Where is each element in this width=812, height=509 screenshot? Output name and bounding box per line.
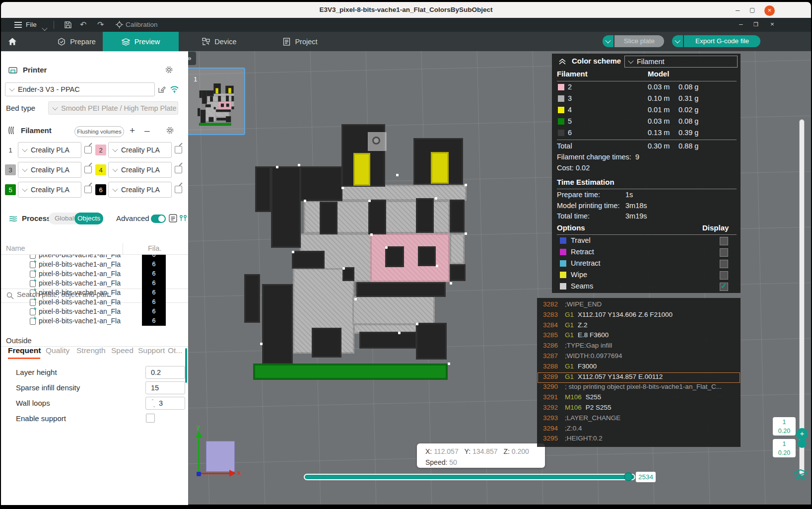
panel-scrollbar-thumb[interactable] (185, 348, 187, 383)
gcode-line[interactable]: 3286;TYPE:Gap infill (537, 342, 741, 352)
home-icon[interactable] (8, 37, 17, 46)
bed-type-select[interactable]: Smooth PEI Plate / High Temp Plate (48, 101, 178, 115)
gcode-line[interactable]: 3282;WIPE_END (537, 300, 741, 311)
calibration-icon[interactable] (116, 21, 123, 28)
edit-filament-icon[interactable] (84, 146, 92, 153)
redo-icon[interactable]: ↷ (97, 20, 104, 29)
tab-frequent[interactable]: Frequent (8, 346, 41, 355)
color-scheme-dropdown[interactable]: Filament (624, 56, 738, 68)
tab-preview[interactable]: Preview (103, 32, 179, 51)
filament-slot-select-2[interactable]: Creality PLA (108, 142, 172, 158)
tab-device[interactable]: Device (195, 32, 244, 51)
model-toolpaths[interactable] (244, 124, 467, 380)
gcode-line[interactable]: 3292M106P2 S255 (537, 404, 741, 414)
layer-slider-handle-upper[interactable]: + (796, 428, 808, 440)
edit-filament-icon[interactable] (84, 166, 92, 173)
option-display-checkbox[interactable] (720, 271, 728, 280)
gcode-line[interactable]: 3285G1E.8 F3600 (537, 331, 741, 342)
plate-thumbnail[interactable]: 1 (185, 68, 245, 135)
wifi-icon[interactable] (170, 85, 179, 93)
app-minimize[interactable]: – (739, 20, 743, 28)
param-input[interactable]: 15 (145, 381, 185, 394)
table-row[interactable]: pixel-8-bits-vache1-an_Fla6 (1, 307, 188, 316)
edit-filament-icon[interactable] (84, 186, 92, 193)
gcode-line[interactable]: 3284G1Z.2 (537, 321, 741, 332)
table-row[interactable]: pixel-8-bits-vache1-an_Fla6 (1, 255, 188, 260)
gcode-move-slider-handle[interactable] (624, 472, 633, 481)
edit-filament-icon[interactable] (175, 166, 182, 173)
app-restore[interactable]: ❐ (753, 21, 758, 28)
advanced-toggle[interactable] (151, 215, 166, 223)
window-maximize-button[interactable]: ▢ (749, 6, 755, 13)
gcode-line[interactable]: 3289G1X112.057 Y134.857 E.00112 (537, 373, 741, 383)
tab-strength[interactable]: Strength (76, 346, 106, 355)
table-row[interactable]: pixel-8-bits-vache1-an_Fla6 (1, 269, 188, 279)
table-row[interactable]: pixel-8-bits-vache1-an_Fla6 (1, 297, 188, 307)
spinner-stepper[interactable]: ⌃⌃ (151, 399, 156, 408)
tab-speed[interactable]: Speed (111, 346, 134, 355)
process-objects-tab[interactable]: Objects (74, 213, 103, 224)
filament-slot-select-4[interactable]: Creality PLA (108, 162, 172, 178)
printer-settings-gear-icon[interactable] (165, 66, 173, 74)
add-filament-button[interactable]: + (130, 125, 135, 136)
edit-filament-icon[interactable] (175, 186, 182, 193)
window-close-button[interactable]: × (764, 5, 775, 16)
seam-marker-widget[interactable] (368, 132, 387, 151)
gcode-line[interactable]: 3290; stop printing object pixel-8-bits-… (537, 383, 741, 393)
gcode-line[interactable]: 3294;Z:0.4 (537, 425, 741, 435)
option-display-checkbox[interactable] (720, 248, 728, 257)
edit-printer-icon[interactable] (158, 85, 166, 93)
filament-slot-select-6[interactable]: Creality PLA (108, 182, 172, 198)
slice-dropdown-button[interactable] (603, 35, 613, 47)
slice-plate-button[interactable]: Slice plate (614, 35, 664, 47)
option-display-checkbox[interactable] (720, 237, 728, 245)
tab-ot[interactable]: Ot... (168, 346, 182, 355)
gcode-line[interactable]: 3293;LAYER_CHANGE (537, 414, 741, 425)
gcode-line[interactable]: 3283G1X112.107 Y134.606 Z.6 F21000 (537, 311, 741, 321)
option-display-checkbox[interactable] (720, 260, 728, 268)
save-icon[interactable] (64, 21, 72, 29)
table-row[interactable]: pixel-8-bits-vache1-an_Fla6 (1, 288, 188, 297)
hamburger-menu-icon[interactable] (14, 22, 22, 28)
param-list-icon[interactable] (169, 214, 177, 222)
layers-icon[interactable] (793, 469, 808, 481)
menu-calibration[interactable]: Calibration (126, 21, 158, 28)
gcode-line[interactable]: 3287;WIDTH:0.0977694 (537, 352, 741, 363)
flushing-volumes-button[interactable]: Flushing volumes (74, 126, 124, 137)
app-close[interactable]: × (770, 20, 774, 28)
outside-row[interactable]: Outside (6, 336, 32, 345)
tab-support[interactable]: Support (138, 346, 165, 355)
gcode-line[interactable]: 3295;HEIGHT:0.2 (537, 435, 741, 445)
filament-slot-select-3[interactable]: Creality PLA (18, 162, 81, 178)
param-input[interactable]: 0.2 (145, 366, 185, 379)
filament-slot-select-1[interactable]: Creality PLA (18, 142, 81, 158)
gcode-line[interactable]: 3291M106S255 (537, 393, 741, 404)
process-advanced-icon[interactable] (179, 214, 187, 222)
layer-slider-track[interactable] (799, 119, 805, 476)
remove-filament-button[interactable]: – (144, 125, 150, 136)
export-dropdown-button[interactable] (672, 35, 683, 47)
gcode-move-slider[interactable] (304, 474, 635, 480)
edit-filament-icon[interactable] (175, 146, 182, 153)
param-checkbox[interactable] (146, 414, 155, 423)
table-row[interactable]: pixel-8-bits-vache1-an_Fla6 (1, 279, 188, 288)
process-global-tab[interactable]: Global (55, 215, 74, 222)
tab-project[interactable]: Project (275, 32, 325, 51)
param-input[interactable]: ⌃⌃3 (145, 397, 185, 410)
printer-select[interactable]: Ender-3 V3 - PPAC (5, 82, 155, 96)
option-display-checkbox[interactable]: ✓ (720, 283, 728, 291)
gcode-line[interactable]: 3288G1F3000 (537, 363, 741, 373)
filament-slot-select-5[interactable]: Creality PLA (18, 182, 81, 198)
gcode-viewer[interactable]: 3282;WIPE_END3283G1X112.107 Y134.606 Z.6… (537, 298, 741, 447)
layer-slider-handle-lower[interactable] (798, 439, 807, 448)
table-row[interactable]: pixel-8-bits-vache1-an_Fla6 (1, 260, 188, 269)
filament-settings-gear-icon[interactable] (166, 126, 174, 135)
menu-file[interactable]: File (26, 21, 37, 28)
window-minimize-button[interactable]: – (736, 5, 740, 14)
undo-icon[interactable]: ↶ (80, 20, 86, 29)
tab-quality[interactable]: Quality (46, 346, 69, 355)
tab-prepare[interactable]: Prepare (51, 32, 103, 51)
collapse-panel-icon[interactable] (558, 58, 567, 66)
export-gcode-button[interactable]: Export G-code file (684, 35, 760, 47)
table-row[interactable]: pixel-8-bits-vache1-an_Fla6 (1, 316, 188, 326)
